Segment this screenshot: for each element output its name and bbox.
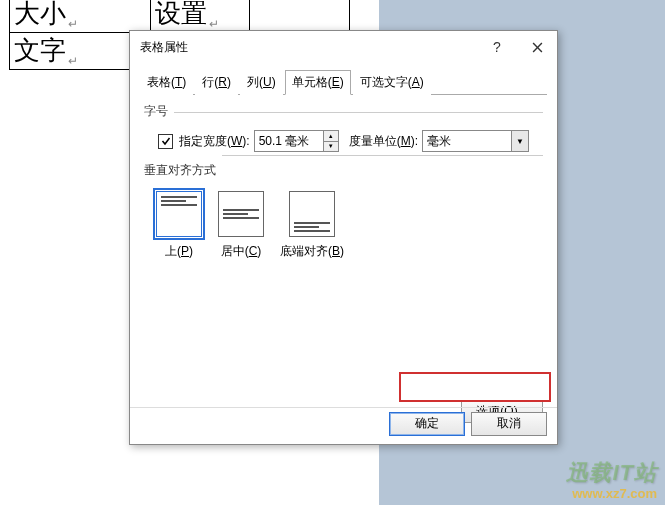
preferred-width-input[interactable] bbox=[255, 131, 323, 151]
paragraph-mark-icon: ↵ bbox=[68, 17, 78, 31]
cell-panel: 字号 指定宽度(W): ▲ ▼ 度量单位(M): 毫米 ▼ 垂直对齐方式 bbox=[130, 95, 557, 429]
preferred-width-checkbox[interactable] bbox=[158, 134, 173, 149]
cell: 设置↵ bbox=[151, 0, 250, 33]
group-separator bbox=[222, 155, 543, 156]
ok-button[interactable]: 确定 bbox=[389, 412, 465, 436]
tab-column[interactable]: 列(U) bbox=[240, 70, 283, 95]
align-bottom-label: 底端对齐(B) bbox=[280, 243, 344, 260]
tab-cell[interactable]: 单元格(E) bbox=[285, 70, 351, 95]
help-button[interactable]: ? bbox=[477, 32, 517, 62]
preferred-width-label: 指定宽度(W): bbox=[179, 133, 250, 150]
dropdown-arrow-icon[interactable]: ▼ bbox=[511, 131, 528, 151]
cell bbox=[250, 0, 350, 33]
dialog-title: 表格属性 bbox=[140, 39, 477, 56]
measure-unit-select[interactable]: 毫米 ▼ bbox=[422, 130, 529, 152]
align-top-label: 上(P) bbox=[165, 243, 193, 260]
measure-unit-label: 度量单位(M): bbox=[349, 133, 418, 150]
align-bottom-option[interactable]: 底端对齐(B) bbox=[280, 191, 344, 260]
dialog-button-row: 确定 取消 bbox=[389, 412, 547, 436]
align-center-icon bbox=[218, 191, 264, 237]
spin-down-button[interactable]: ▼ bbox=[324, 142, 338, 152]
dialog-tabs: 表格(T) 行(R) 列(U) 单元格(E) 可选文字(A) bbox=[140, 69, 547, 95]
vertical-alignment-options: 上(P) 居中(C) 底端对齐(B) bbox=[156, 191, 543, 260]
group-separator bbox=[174, 112, 543, 113]
button-separator bbox=[130, 407, 557, 408]
paragraph-mark-icon: ↵ bbox=[68, 54, 78, 68]
preferred-width-row: 指定宽度(W): ▲ ▼ 度量单位(M): 毫米 ▼ bbox=[144, 130, 543, 152]
tab-table[interactable]: 表格(T) bbox=[140, 70, 193, 95]
table-row: 大小↵ 设置↵ bbox=[10, 0, 350, 33]
tab-alt-text[interactable]: 可选文字(A) bbox=[353, 70, 431, 95]
spin-up-button[interactable]: ▲ bbox=[324, 131, 338, 142]
tab-row[interactable]: 行(R) bbox=[195, 70, 238, 95]
table-properties-dialog: 表格属性 ? 表格(T) 行(R) 列(U) 单元格(E) 可选文字(A) 字号… bbox=[129, 30, 558, 445]
align-top-option[interactable]: 上(P) bbox=[156, 191, 202, 260]
checkmark-icon bbox=[161, 136, 171, 146]
preferred-width-spinner[interactable]: ▲ ▼ bbox=[254, 130, 339, 152]
cancel-button[interactable]: 取消 bbox=[471, 412, 547, 436]
measure-unit-value: 毫米 bbox=[423, 131, 511, 151]
valign-group-label: 垂直对齐方式 bbox=[144, 162, 543, 179]
cell: 大小↵ bbox=[10, 0, 151, 33]
align-top-icon bbox=[156, 191, 202, 237]
close-icon bbox=[532, 42, 543, 53]
align-center-label: 居中(C) bbox=[221, 243, 262, 260]
dialog-titlebar: 表格属性 ? bbox=[130, 31, 557, 63]
close-button[interactable] bbox=[517, 32, 557, 62]
align-center-option[interactable]: 居中(C) bbox=[218, 191, 264, 260]
align-bottom-icon bbox=[289, 191, 335, 237]
